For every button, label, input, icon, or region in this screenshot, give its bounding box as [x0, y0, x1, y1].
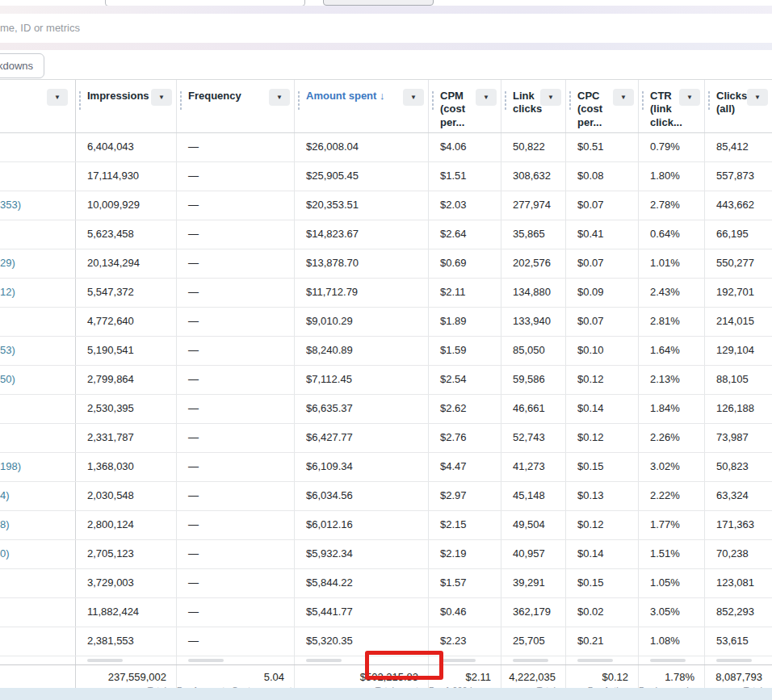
cell-clicks_all: 126,188 — [704, 395, 772, 423]
cell-impressions: 5,547,372 — [75, 279, 176, 307]
cell-amount_spent: $5,441.77 — [294, 598, 428, 627]
cell-amount_spent: $13,878.70 — [294, 249, 428, 278]
cell-ctr: 1.77% — [638, 511, 704, 539]
cell-cpc: $0.15 — [565, 569, 638, 597]
chevron-down-icon[interactable]: ▼ — [613, 89, 634, 106]
cell-cpm: $2.23 — [428, 627, 501, 656]
chevron-down-icon[interactable]: ▼ — [47, 89, 68, 106]
cell-frequency: — — [176, 598, 294, 627]
cell-link_clicks: 46,661 — [501, 395, 565, 423]
cell-link_clicks: 277,974 — [501, 191, 565, 220]
cell-ctr: 0.64% — [638, 220, 704, 249]
table-row: 8)2,800,124—$6,012.16$2.1549,504$0.121.7… — [0, 511, 772, 540]
chevron-down-icon[interactable]: ▼ — [540, 89, 561, 106]
cell-name[interactable]: 198) — [0, 453, 75, 481]
breakdowns-button[interactable]: kdowns — [0, 53, 44, 78]
cell-link_clicks: 39,291 — [501, 569, 565, 597]
cell-name[interactable]: 4) — [0, 482, 75, 510]
clipped-value — [577, 659, 613, 662]
cell-clicks_all: 66,195 — [704, 220, 772, 249]
column-header-cpc[interactable]: CPC (cost per...▼ — [565, 80, 638, 132]
cell-name — [0, 162, 75, 191]
cell-name[interactable]: 8) — [0, 511, 75, 539]
column-label: Clicks (all) — [716, 90, 747, 116]
table-row: 2,331,787—$6,427.77$2.7652,743$0.122.26%… — [0, 424, 772, 453]
table-row: 12)5,547,372—$11,712.79$2.11134,880$0.09… — [0, 279, 772, 308]
table-row: 6,404,043—$26,008.04$4.0650,822$0.510.79… — [0, 133, 772, 162]
cell-amount_spent: $9,010.29 — [294, 308, 428, 336]
column-label: CPM (cost per... — [440, 90, 473, 129]
cell-frequency: — — [176, 511, 294, 539]
chevron-down-icon[interactable]: ▼ — [679, 89, 700, 106]
cell-frequency: — — [176, 191, 294, 220]
cell-name[interactable]: 353) — [0, 191, 75, 220]
cell-cpm: $1.57 — [428, 569, 501, 597]
column-header-name[interactable]: ▼ — [0, 80, 75, 132]
clipped-cell — [501, 656, 565, 664]
search-input[interactable]: me, ID or metrics — [0, 22, 80, 34]
cell-name — [0, 308, 75, 336]
cell-ctr: 1.51% — [638, 540, 704, 568]
horizontal-scrollbar[interactable] — [0, 688, 772, 700]
toolbar-button-partial[interactable] — [323, 0, 434, 6]
clipped-cell — [294, 656, 428, 664]
column-header-ctr[interactable]: CTR (link click...▼ — [638, 80, 704, 132]
cell-frequency: — — [176, 308, 294, 336]
cell-name[interactable]: 53) — [0, 337, 75, 365]
cell-impressions: 2,331,787 — [75, 424, 176, 452]
column-header-frequency[interactable]: Frequency▼ — [176, 80, 294, 132]
cell-link_clicks: 52,743 — [501, 424, 565, 452]
cell-name[interactable]: 0) — [0, 540, 75, 568]
cell-clicks_all: 53,615 — [704, 627, 772, 656]
drag-handle-icon — [641, 90, 644, 111]
cell-clicks_all: 63,324 — [704, 482, 772, 510]
cell-name[interactable]: 12) — [0, 279, 75, 307]
cell-amount_spent: $8,240.89 — [294, 337, 428, 365]
column-header-impressions[interactable]: Impressions▼ — [75, 80, 176, 132]
total-value: $502,215.83 — [295, 671, 418, 683]
cell-impressions: 5,623,458 — [75, 220, 176, 249]
cell-amount_spent: $20,353.51 — [294, 191, 428, 220]
cell-cpc: $0.51 — [565, 133, 638, 161]
total-value: $0.12 — [566, 671, 628, 683]
cell-frequency: — — [176, 482, 294, 510]
cell-amount_spent: $6,012.16 — [294, 511, 428, 539]
cell-impressions: 3,729,003 — [75, 569, 176, 597]
cell-frequency: — — [176, 627, 294, 656]
cell-frequency: — — [176, 540, 294, 568]
cell-impressions: 2,381,553 — [75, 627, 176, 656]
chevron-down-icon[interactable]: ▼ — [476, 89, 497, 106]
cell-cpc: $0.08 — [565, 162, 638, 191]
cell-ctr: 1.84% — [638, 395, 704, 423]
column-label: Impressions — [87, 90, 149, 103]
cell-impressions: 17,114,930 — [75, 162, 176, 191]
cell-cpm: $0.46 — [428, 598, 501, 627]
cell-clicks_all: 50,823 — [704, 453, 772, 481]
cell-name[interactable]: 29) — [0, 249, 75, 278]
table-row: 50)2,799,864—$7,112.45$2.5459,586$0.122.… — [0, 366, 772, 395]
chevron-down-icon[interactable]: ▼ — [151, 89, 172, 106]
cell-impressions: 5,190,541 — [75, 337, 176, 365]
cell-link_clicks: 59,586 — [501, 366, 565, 394]
chevron-down-icon[interactable]: ▼ — [747, 89, 768, 106]
cell-clicks_all: 73,987 — [704, 424, 772, 452]
cell-name[interactable]: 50) — [0, 366, 75, 394]
cell-cpc: $0.09 — [565, 279, 638, 307]
cell-impressions: 20,134,294 — [75, 249, 176, 278]
cell-impressions: 6,404,043 — [75, 133, 176, 161]
cell-cpc: $0.07 — [565, 308, 638, 336]
column-header-cpm[interactable]: CPM (cost per...▼ — [428, 80, 501, 132]
column-header-amount_spent[interactable]: Amount spent ↓▼ — [294, 80, 428, 132]
chevron-down-icon[interactable]: ▼ — [269, 89, 290, 106]
cell-clicks_all: 192,701 — [704, 279, 772, 307]
column-header-link_clicks[interactable]: Link clicks▼ — [501, 80, 565, 132]
table-row: 3,729,003—$5,844.22$1.5739,291$0.151.05%… — [0, 569, 772, 598]
cell-amount_spent: $6,034.56 — [294, 482, 428, 510]
cell-cpc: $0.41 — [565, 220, 638, 249]
cell-frequency: — — [176, 366, 294, 394]
chevron-down-icon[interactable]: ▼ — [403, 89, 424, 106]
cell-ctr: 1.05% — [638, 569, 704, 597]
column-header-clicks_all[interactable]: Clicks (all)▼ — [704, 80, 772, 132]
cell-ctr: 2.78% — [638, 191, 704, 220]
cell-ctr: 3.02% — [638, 453, 704, 481]
